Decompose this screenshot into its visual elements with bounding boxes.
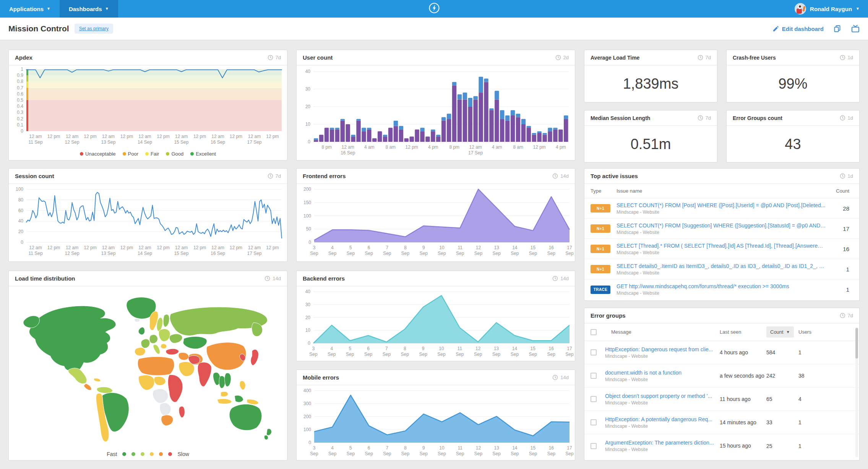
issue-link[interactable]: SELECT details0_.ItemID as ItemID3_, det… bbox=[617, 263, 826, 269]
svg-text:0: 0 bbox=[308, 240, 311, 245]
select-all-checkbox[interactable] bbox=[591, 329, 597, 335]
svg-text:8 am: 8 am bbox=[385, 144, 396, 150]
svg-text:4: 4 bbox=[330, 346, 333, 351]
error-group-link[interactable]: document.width is not a function bbox=[605, 370, 720, 376]
svg-text:0: 0 bbox=[308, 440, 311, 445]
svg-text:6: 6 bbox=[367, 346, 370, 351]
error-group-link[interactable]: ArgumentException: The parameters dictio… bbox=[605, 440, 720, 446]
svg-text:20: 20 bbox=[305, 315, 311, 320]
svg-text:20: 20 bbox=[305, 104, 311, 109]
issue-app: Mindscape - Website bbox=[617, 230, 826, 235]
svg-text:12 pm: 12 pm bbox=[47, 245, 60, 250]
svg-text:Sep: Sep bbox=[547, 251, 556, 256]
time-period[interactable]: 1d bbox=[840, 173, 853, 179]
count-sort-button[interactable]: Count▼ bbox=[766, 326, 794, 338]
time-period[interactable]: 14d bbox=[264, 276, 281, 281]
user-menu[interactable]: Ronald Raygun ▼ bbox=[795, 0, 860, 18]
svg-text:Sep: Sep bbox=[511, 352, 519, 357]
error-group-app: Mindscape - Website bbox=[605, 424, 720, 429]
svg-text:15 Sep: 15 Sep bbox=[174, 251, 188, 256]
svg-text:4 am: 4 am bbox=[492, 144, 502, 150]
last-seen: 11 hours ago bbox=[720, 396, 766, 402]
svg-text:16 Sep: 16 Sep bbox=[211, 251, 225, 256]
user-name: Ronald Raygun bbox=[810, 6, 852, 12]
legend-dot bbox=[123, 152, 126, 156]
time-period[interactable]: 14d bbox=[552, 276, 569, 281]
svg-text:0: 0 bbox=[308, 341, 310, 346]
last-seen: 14 minutes ago bbox=[720, 419, 766, 426]
panel-title: Error groups bbox=[591, 312, 626, 319]
legend-dot bbox=[122, 452, 126, 456]
row-checkbox[interactable] bbox=[591, 349, 597, 355]
svg-text:3: 3 bbox=[313, 245, 316, 250]
svg-text:15 Sep: 15 Sep bbox=[174, 140, 188, 145]
panel-title: Apdex bbox=[15, 54, 32, 61]
pencil-icon bbox=[772, 26, 779, 32]
svg-text:Sep: Sep bbox=[419, 352, 427, 357]
time-period[interactable]: 7d bbox=[698, 55, 711, 60]
svg-text:0.4: 0.4 bbox=[17, 104, 23, 109]
svg-text:10: 10 bbox=[305, 122, 311, 127]
time-period[interactable]: 14d bbox=[552, 173, 569, 179]
panel-crash-free-users: Crash-free Users 1d 99% bbox=[726, 50, 860, 102]
svg-text:15: 15 bbox=[531, 346, 536, 351]
stat-value: 1,839ms bbox=[584, 65, 717, 102]
issue-app: Mindscape - Website bbox=[617, 250, 826, 255]
tv-mode-icon[interactable] bbox=[851, 25, 860, 32]
set-as-primary-button[interactable]: Set as primary bbox=[75, 24, 113, 34]
svg-text:0.7: 0.7 bbox=[17, 85, 23, 91]
issue-type-badge: TRACE bbox=[591, 286, 610, 294]
panel-average-load-time: Average Load Time 7d 1,839ms bbox=[584, 50, 717, 102]
edit-dashboard-button[interactable]: Edit dashboard bbox=[772, 26, 824, 32]
row-checkbox[interactable] bbox=[591, 373, 597, 379]
issue-link[interactable]: SELECT [Thread].* FROM ( SELECT [Thread]… bbox=[617, 243, 826, 249]
copy-dashboard-icon[interactable] bbox=[834, 25, 841, 32]
scrollbar-thumb[interactable] bbox=[855, 328, 858, 359]
scrollbar-track[interactable] bbox=[855, 327, 858, 457]
time-period[interactable]: 7d bbox=[268, 173, 281, 179]
last-seen: 4 hours ago bbox=[720, 349, 766, 356]
error-group-row: Object doesn't support property or metho… bbox=[584, 388, 859, 411]
issue-link[interactable]: SELECT COUNT(*) FROM [Suggestion] WHERE … bbox=[617, 222, 826, 229]
row-checkbox[interactable] bbox=[591, 396, 597, 402]
issue-link[interactable]: GET http://www.mindscapehq.com/forums/th… bbox=[617, 283, 826, 289]
svg-text:100: 100 bbox=[303, 427, 311, 432]
time-period[interactable]: 7d bbox=[698, 115, 711, 121]
time-period[interactable]: 14d bbox=[552, 375, 569, 380]
panel-title: Error Groups count bbox=[733, 115, 782, 121]
nav-dashboards[interactable]: Dashboards ▼ bbox=[60, 0, 118, 18]
svg-text:Sep: Sep bbox=[529, 251, 537, 256]
time-period[interactable]: 7d bbox=[268, 55, 281, 60]
time-period[interactable]: 7d bbox=[840, 313, 853, 318]
error-group-row: document.width is not a function Mindsca… bbox=[584, 364, 859, 388]
svg-text:Sep: Sep bbox=[437, 352, 446, 357]
legend-dot bbox=[190, 152, 194, 156]
svg-text:12 am: 12 am bbox=[66, 134, 78, 139]
svg-text:Sep: Sep bbox=[456, 251, 464, 256]
error-group-link[interactable]: Object doesn't support property or metho… bbox=[605, 393, 720, 399]
issue-count: 1 bbox=[846, 266, 853, 273]
time-period[interactable]: 1d bbox=[840, 55, 853, 60]
svg-text:6: 6 bbox=[368, 445, 370, 451]
panel-error-groups: Error groups 7d Message Last seen Count▼… bbox=[584, 308, 860, 461]
row-checkbox[interactable] bbox=[591, 443, 597, 449]
nav-applications[interactable]: Applications ▼ bbox=[0, 0, 60, 18]
time-period[interactable]: 2d bbox=[555, 55, 569, 60]
row-checkbox[interactable] bbox=[591, 419, 597, 425]
svg-text:12 am: 12 am bbox=[29, 134, 42, 139]
svg-text:Sep: Sep bbox=[328, 451, 337, 456]
issue-app: Mindscape - Website bbox=[617, 270, 826, 276]
error-group-link[interactable]: HttpException: Dangerous request from cl… bbox=[605, 346, 720, 352]
svg-text:12 am: 12 am bbox=[469, 144, 482, 150]
svg-text:Sep: Sep bbox=[365, 451, 373, 456]
error-group-link[interactable]: HttpException: A potentially dangerous R… bbox=[605, 416, 720, 422]
time-period[interactable]: 1d bbox=[840, 115, 853, 121]
issue-row: N+1 SELECT details0_.ItemID as ItemID3_,… bbox=[584, 259, 859, 279]
svg-text:40: 40 bbox=[305, 289, 311, 294]
issue-link[interactable]: SELECT COUNT(*) FROM [Post] WHERE ([Post… bbox=[617, 202, 826, 208]
svg-text:200: 200 bbox=[303, 414, 311, 419]
svg-text:14: 14 bbox=[512, 245, 518, 250]
svg-text:6: 6 bbox=[368, 245, 370, 250]
raygun-logo-icon[interactable] bbox=[428, 2, 440, 15]
svg-text:Sep: Sep bbox=[309, 352, 318, 357]
